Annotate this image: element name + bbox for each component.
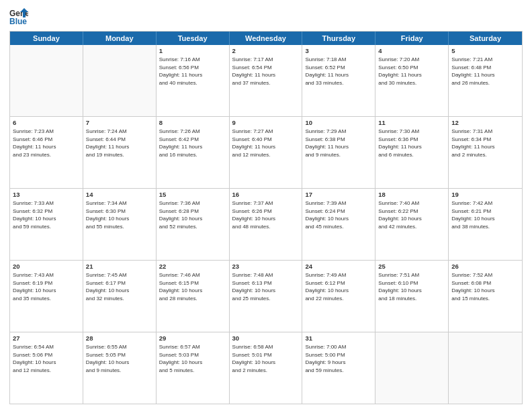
cell-info-line: Sunset: 5:00 PM [305, 351, 372, 359]
cell-info-line: and 48 minutes. [232, 223, 300, 231]
day-number: 7 [86, 119, 153, 126]
cell-info-line: and 52 minutes. [159, 223, 226, 231]
cell-info-line: and 9 minutes. [86, 367, 153, 375]
day-number: 8 [159, 119, 226, 126]
cell-info-line: and 25 minutes. [232, 295, 300, 303]
cell-info-line: Sunrise: 7:46 AM [159, 271, 226, 279]
day-number: 11 [378, 119, 445, 126]
day-number: 5 [451, 47, 519, 54]
cell-info-line: and 59 minutes. [13, 223, 80, 231]
cell-info-line: and 9 minutes. [305, 151, 372, 159]
empty-cell-0-0 [10, 45, 83, 116]
cell-info-line: Daylight: 10 hours [378, 287, 445, 295]
cell-info-line: Sunrise: 6:54 AM [13, 343, 80, 351]
day-number: 27 [13, 334, 80, 342]
cell-info-line: and 30 minutes. [378, 79, 445, 87]
empty-cell-0-1 [83, 45, 157, 116]
day-cell-30: 30Sunrise: 6:58 AMSunset: 5:01 PMDayligh… [230, 332, 303, 404]
cell-info-line: Sunset: 6:36 PM [378, 136, 445, 144]
day-cell-11: 11Sunrise: 7:30 AMSunset: 6:36 PMDayligh… [375, 117, 449, 188]
cell-info-line: Daylight: 11 hours [232, 71, 300, 79]
day-cell-26: 26Sunrise: 7:52 AMSunset: 6:08 PMDayligh… [449, 261, 522, 332]
cell-info-line: Sunset: 6:54 PM [232, 64, 300, 72]
cell-info-line: Sunset: 6:56 PM [159, 64, 226, 72]
day-number: 9 [232, 119, 300, 126]
day-number: 2 [232, 47, 300, 54]
cell-info-line: Sunset: 6:34 PM [451, 136, 519, 144]
cell-info-line: and 33 minutes. [305, 79, 372, 87]
cell-info-line: Daylight: 10 hours [232, 359, 300, 367]
cell-info-line: Daylight: 10 hours [451, 215, 519, 223]
logo: General Blue [9, 7, 28, 26]
cell-info-line: Daylight: 10 hours [305, 215, 372, 223]
cell-info-line: Sunset: 6:48 PM [451, 64, 519, 72]
day-cell-10: 10Sunrise: 7:29 AMSunset: 6:38 PMDayligh… [302, 117, 375, 188]
day-cell-28: 28Sunrise: 6:55 AMSunset: 5:05 PMDayligh… [83, 332, 157, 404]
cell-info-line: Daylight: 11 hours [13, 143, 80, 151]
day-number: 15 [159, 191, 226, 198]
day-number: 16 [232, 191, 300, 198]
cell-info-line: Sunrise: 7:49 AM [305, 271, 372, 279]
cell-info-line: and 45 minutes. [305, 223, 372, 231]
day-cell-16: 16Sunrise: 7:37 AMSunset: 6:26 PMDayligh… [230, 189, 303, 260]
cell-info-line: Sunrise: 7:20 AM [378, 56, 445, 64]
day-cell-6: 6Sunrise: 7:23 AMSunset: 6:46 PMDaylight… [10, 117, 83, 188]
cell-info-line: Sunrise: 7:51 AM [378, 271, 445, 279]
day-cell-14: 14Sunrise: 7:34 AMSunset: 6:30 PMDayligh… [83, 189, 157, 260]
day-number: 29 [159, 334, 226, 342]
calendar: SundayMondayTuesdayWednesdayThursdayFrid… [9, 31, 523, 404]
cell-info-line: Sunrise: 7:42 AM [451, 199, 519, 208]
day-number: 25 [378, 263, 445, 270]
cell-info-line: and 38 minutes. [451, 223, 519, 231]
cell-info-line: Sunset: 6:32 PM [13, 208, 80, 216]
cell-info-line: Sunset: 6:26 PM [232, 208, 300, 216]
day-header-monday: Monday [83, 32, 157, 45]
day-header-wednesday: Wednesday [230, 32, 303, 45]
day-cell-5: 5Sunrise: 7:21 AMSunset: 6:48 PMDaylight… [449, 45, 522, 116]
cell-info-line: Sunset: 5:03 PM [159, 351, 226, 359]
cell-info-line: Sunset: 6:21 PM [451, 208, 519, 216]
cell-info-line: Sunset: 6:44 PM [86, 136, 153, 144]
cell-info-line: Daylight: 11 hours [451, 143, 519, 151]
cell-info-line: Sunset: 5:01 PM [232, 351, 300, 359]
svg-text:Blue: Blue [9, 17, 27, 26]
cell-info-line: Sunset: 6:40 PM [232, 136, 300, 144]
cell-info-line: Sunset: 6:24 PM [305, 208, 372, 216]
calendar-row-0: 1Sunrise: 7:16 AMSunset: 6:56 PMDaylight… [10, 45, 522, 116]
cell-info-line: Daylight: 11 hours [451, 71, 519, 79]
day-cell-31: 31Sunrise: 7:00 AMSunset: 5:00 PMDayligh… [302, 332, 375, 404]
calendar-row-4: 27Sunrise: 6:54 AMSunset: 5:06 PMDayligh… [10, 332, 522, 404]
calendar-header: SundayMondayTuesdayWednesdayThursdayFrid… [10, 32, 522, 45]
day-cell-27: 27Sunrise: 6:54 AMSunset: 5:06 PMDayligh… [10, 332, 83, 404]
cell-info-line: Sunrise: 6:58 AM [232, 343, 300, 351]
day-cell-19: 19Sunrise: 7:42 AMSunset: 6:21 PMDayligh… [449, 189, 522, 260]
cell-info-line: Sunrise: 7:33 AM [13, 199, 80, 208]
cell-info-line: Sunrise: 7:27 AM [232, 128, 300, 136]
cell-info-line: Sunrise: 7:37 AM [232, 199, 300, 208]
cell-info-line: Daylight: 10 hours [13, 215, 80, 223]
cell-info-line: Daylight: 11 hours [378, 71, 445, 79]
empty-cell-4-6 [449, 332, 522, 404]
cell-info-line: Daylight: 9 hours [305, 359, 372, 367]
calendar-row-1: 6Sunrise: 7:23 AMSunset: 6:46 PMDaylight… [10, 116, 522, 188]
day-number: 26 [451, 263, 519, 270]
day-header-sunday: Sunday [10, 32, 83, 45]
cell-info-line: Sunset: 6:30 PM [86, 208, 153, 216]
cell-info-line: Sunset: 6:52 PM [305, 64, 372, 72]
day-header-saturday: Saturday [449, 32, 522, 45]
cell-info-line: and 59 minutes. [305, 367, 372, 375]
cell-info-line: and 37 minutes. [232, 79, 300, 87]
day-number: 10 [305, 119, 372, 126]
cell-info-line: and 15 minutes. [451, 295, 519, 303]
cell-info-line: Sunrise: 7:30 AM [378, 128, 445, 136]
cell-info-line: Sunrise: 7:23 AM [13, 128, 80, 136]
calendar-body: 1Sunrise: 7:16 AMSunset: 6:56 PMDaylight… [10, 45, 522, 404]
cell-info-line: Sunrise: 7:39 AM [305, 199, 372, 208]
calendar-row-3: 20Sunrise: 7:43 AMSunset: 6:19 PMDayligh… [10, 260, 522, 332]
cell-info-line: Daylight: 10 hours [451, 287, 519, 295]
cell-info-line: Daylight: 11 hours [305, 143, 372, 151]
day-number: 28 [86, 334, 153, 342]
day-cell-15: 15Sunrise: 7:36 AMSunset: 6:28 PMDayligh… [157, 189, 230, 260]
day-cell-21: 21Sunrise: 7:45 AMSunset: 6:17 PMDayligh… [83, 261, 157, 332]
cell-info-line: Daylight: 10 hours [159, 215, 226, 223]
